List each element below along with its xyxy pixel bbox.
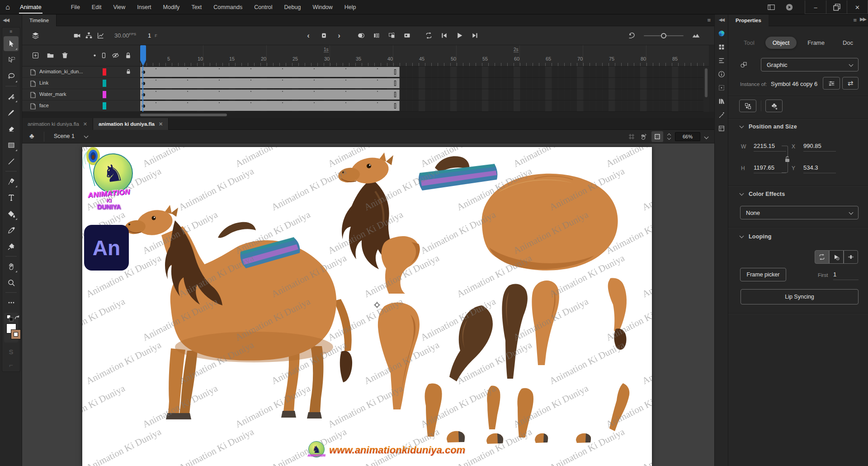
break-apart-button[interactable] xyxy=(739,100,756,112)
zoom-stepper[interactable] xyxy=(668,134,670,139)
more-tools-tool[interactable] xyxy=(4,295,19,310)
properties-tab-tool[interactable]: Tool xyxy=(736,37,762,49)
edit-symbol-button[interactable] xyxy=(765,100,783,112)
menu-animate[interactable]: Animate xyxy=(15,0,46,14)
stage-canvas[interactable]: Animation Ki DuniyaAnimation Ki DuniyaAn… xyxy=(82,147,652,466)
menu-item-debug[interactable]: Debug xyxy=(278,0,307,14)
edit-symbols-icon[interactable]: ♣ xyxy=(29,132,34,140)
eraser-tool[interactable] xyxy=(4,121,19,136)
default-colors-icon[interactable] xyxy=(6,314,14,322)
layer-row-Animation_ki_dun...[interactable]: Animation_ki_dun... xyxy=(22,67,140,78)
selection-tool[interactable] xyxy=(4,36,19,51)
menu-item-file[interactable]: File xyxy=(65,0,86,14)
frame-row-Animation_ki_dun...[interactable] xyxy=(140,67,709,78)
pasteboard[interactable]: Animation Ki DuniyaAnimation Ki DuniyaAn… xyxy=(22,143,714,466)
layer-depth-icon[interactable] xyxy=(94,30,106,42)
panel-icon-transform[interactable] xyxy=(715,81,728,95)
loop-mode-button[interactable] xyxy=(815,250,829,264)
frame-span[interactable] xyxy=(140,78,400,88)
fluid-brush-tool[interactable] xyxy=(4,89,19,104)
part-foot-3[interactable] xyxy=(535,433,548,443)
new-folder-button[interactable] xyxy=(47,52,56,61)
menu-item-control[interactable]: Control xyxy=(248,0,278,14)
collapse-panels-icon[interactable]: ◀◀ xyxy=(715,14,728,22)
eyedropper-tool[interactable] xyxy=(4,223,19,238)
classic-brush-tool[interactable] xyxy=(4,105,19,120)
outline-layers-toggle[interactable] xyxy=(100,52,109,61)
insert-keyframe-button[interactable] xyxy=(318,30,330,42)
looping-section[interactable]: Looping xyxy=(740,233,772,240)
layer-color-swatch[interactable] xyxy=(103,68,106,76)
timeline-zoom-in-button[interactable] xyxy=(690,30,702,42)
minimize-button[interactable]: – xyxy=(805,0,826,14)
layer-color-swatch[interactable] xyxy=(103,80,106,87)
frame-row-Link[interactable] xyxy=(140,78,709,89)
step-forward-button[interactable] xyxy=(469,30,481,42)
panel-icon-info[interactable] xyxy=(715,67,728,81)
menu-item-window[interactable]: Window xyxy=(307,0,338,14)
camera-icon[interactable] xyxy=(71,30,83,42)
onion-skin-outline-button[interactable] xyxy=(370,30,382,42)
layer-view-icon[interactable] xyxy=(29,30,41,42)
frame-span[interactable] xyxy=(140,67,400,77)
layer-name[interactable]: Link xyxy=(39,80,48,86)
test-movie-icon[interactable] xyxy=(780,0,798,14)
rectangle-tool[interactable] xyxy=(4,138,19,152)
swap-colors-icon[interactable] xyxy=(14,314,21,322)
properties-tab-doc[interactable]: Doc xyxy=(835,37,860,49)
onion-skin-button[interactable] xyxy=(355,30,367,42)
color-effect-dropdown[interactable]: None xyxy=(740,206,859,219)
next-keyframe-button[interactable]: › xyxy=(333,30,345,42)
pen-tool[interactable] xyxy=(4,174,19,189)
highlight-layers-toggle[interactable] xyxy=(91,52,100,61)
document-tab[interactable]: animation ki duniya.fla✕ xyxy=(22,118,93,130)
clip-content-button[interactable] xyxy=(651,131,663,142)
layer-color-swatch[interactable] xyxy=(103,91,106,98)
show-grid-icon[interactable] xyxy=(628,133,635,140)
menu-item-insert[interactable]: Insert xyxy=(131,0,157,14)
close-icon[interactable]: ✕ xyxy=(83,121,87,127)
menu-item-edit[interactable]: Edit xyxy=(86,0,108,14)
part-foot-4[interactable] xyxy=(576,433,591,443)
panel-icon-brushes[interactable] xyxy=(715,108,728,122)
frame-row-Water_mark[interactable] xyxy=(140,89,709,100)
line-tool[interactable] xyxy=(4,154,19,169)
height-field[interactable]: 1197.65 xyxy=(754,164,786,173)
slider-knob[interactable] xyxy=(661,33,666,38)
zoom-tool[interactable] xyxy=(4,275,19,290)
workspace-layout-icon[interactable] xyxy=(762,0,780,14)
scene-name[interactable]: Scene 1 xyxy=(54,133,75,139)
frame-span[interactable] xyxy=(140,101,400,111)
scrollbar-thumb[interactable] xyxy=(140,114,227,116)
symbol-type-dropdown[interactable]: Graphic xyxy=(761,58,859,71)
home-icon[interactable]: ⌂ xyxy=(0,3,15,11)
swap-symbol-settings-button[interactable] xyxy=(823,77,840,90)
timeline-horizontal-scrollbar[interactable] xyxy=(22,112,714,118)
frame-row-face[interactable] xyxy=(140,100,709,112)
scene-chevron-down-icon[interactable] xyxy=(84,134,89,138)
layer-row-face[interactable]: face xyxy=(22,100,140,112)
reset-timeline-zoom-button[interactable] xyxy=(626,30,637,42)
subselection-tool[interactable] xyxy=(4,52,19,67)
menu-item-modify[interactable]: Modify xyxy=(157,0,186,14)
tools-panel-grip[interactable]: ≡ xyxy=(2,29,20,35)
play-once-mode-button[interactable] xyxy=(829,250,844,264)
properties-tab-frame[interactable]: Frame xyxy=(800,37,832,49)
layer-row-Water_mark[interactable]: Water_mark xyxy=(22,89,140,100)
frame-view-button[interactable] xyxy=(401,30,413,42)
stroke-color-swatch[interactable] xyxy=(11,330,20,339)
layer-name[interactable]: Water_mark xyxy=(39,91,66,97)
panel-icon-swatches[interactable] xyxy=(715,40,728,54)
lip-syncing-button[interactable]: Lip Syncing xyxy=(741,289,859,304)
document-tab[interactable]: animation ki duniya.fla✕ xyxy=(93,118,169,130)
panel-icon-color-wheel[interactable] xyxy=(715,27,728,40)
layer-parenting-icon[interactable] xyxy=(83,30,94,42)
edit-multiple-frames-button[interactable] xyxy=(386,30,397,42)
layer-lock-icon[interactable] xyxy=(125,68,132,75)
current-frame-display[interactable]: 1 xyxy=(148,32,151,39)
scrollbar-thumb[interactable] xyxy=(705,68,708,97)
fps-display[interactable]: 30.00FPS xyxy=(114,32,136,39)
lasso-tool[interactable] xyxy=(4,69,19,84)
panel-icon-library-panel[interactable] xyxy=(715,122,728,135)
loop-playback-button[interactable] xyxy=(423,30,434,42)
